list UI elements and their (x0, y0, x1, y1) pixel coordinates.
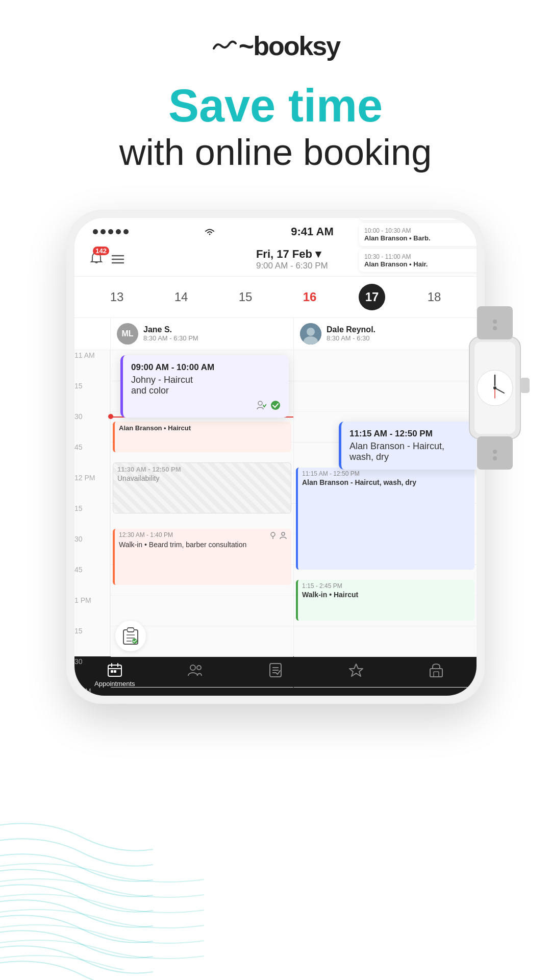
pin-icon (269, 531, 277, 540)
time-label-45: 45 (74, 443, 87, 451)
date-item-17[interactable]: 17 (359, 284, 385, 310)
appt-icons (269, 531, 287, 540)
signal-dot (108, 229, 113, 234)
staff-name-1: Jane S. (143, 325, 198, 334)
tasks-nav-icon (268, 663, 283, 678)
mini-card-time: 10:30 - 11:00 AM (364, 253, 477, 260)
signal-dot (123, 229, 129, 234)
phone-mockup: 9:41 AM 100% (66, 210, 485, 704)
mini-card-3[interactable]: 10:30 - 11:00 AM Alan Branson • Hair. (359, 249, 477, 272)
clipboard-icon-button[interactable] (115, 621, 146, 651)
shop-nav-icon (429, 663, 444, 678)
svg-point-40 (190, 665, 195, 670)
nav-item-appointments[interactable]: Appointments (74, 663, 155, 688)
bottom-nav: Appointments (74, 656, 477, 696)
headline-main: Save time (0, 82, 551, 130)
svg-point-13 (493, 386, 496, 389)
staff-name-2: Dale Reynol. (327, 325, 375, 334)
floating-appointment-card-left[interactable]: 09:00 AM - 10:00 AM Johny - Haircut and … (120, 355, 289, 418)
mini-card-2[interactable]: 10:00 - 10:30 AM Alan Branson • Barb. (359, 223, 477, 246)
grid-line (294, 381, 477, 381)
unavailability-block: 11:30 AM - 12:50 PM Unavailability (113, 462, 291, 513)
chevron-down-icon: ▾ (315, 248, 321, 261)
appt-time: 12:30 AM - 1:40 PM (119, 531, 173, 538)
date-item-14[interactable]: 14 (166, 290, 196, 304)
teal-decoration (0, 725, 153, 980)
nav-item-activity[interactable] (316, 663, 396, 688)
svg-rect-38 (111, 670, 113, 673)
time-label-1pm: 1 PM (74, 596, 95, 604)
person-icon (279, 531, 287, 540)
clipboard-icon (122, 627, 139, 645)
activity-nav-icon (348, 663, 364, 678)
floating-appointment-card-right[interactable]: 11:15 AM - 12:50 PM Alan Branson - Hairc… (339, 422, 477, 470)
nav-label-appointments: Appointments (94, 680, 135, 688)
svg-rect-39 (114, 670, 116, 673)
appointment-walkin-haircut[interactable]: 1:15 - 2:45 PM Walk-in • Haircut (296, 580, 474, 621)
staff-hours-2: 8:30 AM - 6:30 (327, 334, 375, 342)
signal-dots (93, 229, 129, 234)
date-item-16[interactable]: 16 (294, 290, 325, 304)
appt-name: Alan Branson • Haircut (119, 424, 287, 432)
nav-item-tasks[interactable] (235, 663, 316, 688)
appointment-alan-haircut-wash[interactable]: 11:15 AM - 12:50 PM Alan Branson - Hairc… (296, 468, 474, 570)
appointment-alan-haircut[interactable]: Alan Branson • Haircut (113, 422, 291, 452)
date-item-15[interactable]: 15 (230, 290, 261, 304)
header-left: 142 (89, 251, 124, 268)
signal-dot (116, 229, 121, 234)
time-label-2pm: 2 PM (74, 687, 95, 695)
notification-bell[interactable]: 142 (89, 251, 104, 268)
appointment-walkin-beard[interactable]: 12:30 AM - 1:40 PM (113, 529, 291, 585)
right-mini-cards: 9:30 - 10:00 AM Johny • Haircut with. 10… (359, 218, 477, 275)
header-date[interactable]: Fri, 17 Feb ▾ (256, 248, 328, 261)
nav-item-clients[interactable] (155, 663, 236, 688)
header-center: Fri, 17 Feb ▾ 9:00 AM - 6:30 PM (256, 248, 328, 271)
notification-badge: 142 (93, 247, 109, 255)
calendar-nav-icon (107, 663, 122, 678)
svg-point-8 (493, 456, 497, 460)
date-item-18[interactable]: 18 (419, 290, 449, 304)
phone-screen: 9:41 AM 100% (74, 218, 477, 696)
staff-avatar-ml: ML (117, 323, 138, 345)
svg-point-24 (271, 401, 280, 410)
headline-area: Save time with online booking (0, 71, 551, 179)
time-label-30b: 30 (74, 535, 87, 543)
grid-line (294, 656, 477, 657)
checkmark-circle-icon (270, 400, 281, 410)
mini-card-time: 10:00 - 10:30 AM (364, 227, 477, 234)
teal-decoration-2 (0, 817, 204, 970)
svg-point-26 (282, 532, 285, 535)
wifi-icon (204, 227, 216, 236)
signal-dot (93, 229, 98, 234)
appt-header: 12:30 AM - 1:40 PM (119, 531, 287, 540)
staff-photo-icon (300, 323, 321, 345)
grid-line (111, 595, 293, 596)
grid-line (111, 687, 293, 688)
svg-point-7 (493, 450, 497, 454)
floating-card-name: Johny - Haircut and color (131, 375, 281, 396)
page-wrapper: ~booksy Save time with online booking (0, 0, 551, 980)
grid-line (294, 687, 477, 688)
grid-col-2: 11:15 AM - 12:50 PM Alan Branson - Hairc… (293, 350, 477, 656)
calendar-area: 09:00 AM - 10:00 AM Johny - Haircut and … (74, 350, 477, 656)
header-time-range: 9:00 AM - 6:30 PM (256, 261, 328, 271)
mini-card-name: Alan Branson • Barb. (364, 234, 477, 242)
svg-rect-47 (430, 669, 442, 677)
svg-marker-46 (349, 664, 363, 676)
phone-frame: 9:41 AM 100% (66, 210, 485, 704)
time-col-header (74, 318, 110, 350)
nav-item-shop[interactable] (396, 663, 477, 688)
staff-col-2: Dale Reynol. 8:30 AM - 6:30 (293, 318, 477, 350)
mini-card-name: Alan Branson • Hair. (364, 260, 477, 268)
date-item-13[interactable]: 13 (102, 290, 132, 304)
time-label-15: 15 (74, 382, 87, 390)
booksy-logo: ~booksy (211, 31, 340, 61)
clients-nav-icon (187, 663, 203, 678)
time-dot (108, 414, 113, 419)
hamburger-icon[interactable] (111, 254, 124, 265)
logo-text: ~booksy (239, 31, 340, 61)
status-time: 9:41 AM (291, 225, 334, 238)
grid-line (294, 411, 477, 412)
mini-card-1[interactable]: 9:30 - 10:00 AM Johny • Haircut with. (359, 218, 477, 220)
date-strip: 13 14 15 16 17 18 (74, 277, 477, 318)
